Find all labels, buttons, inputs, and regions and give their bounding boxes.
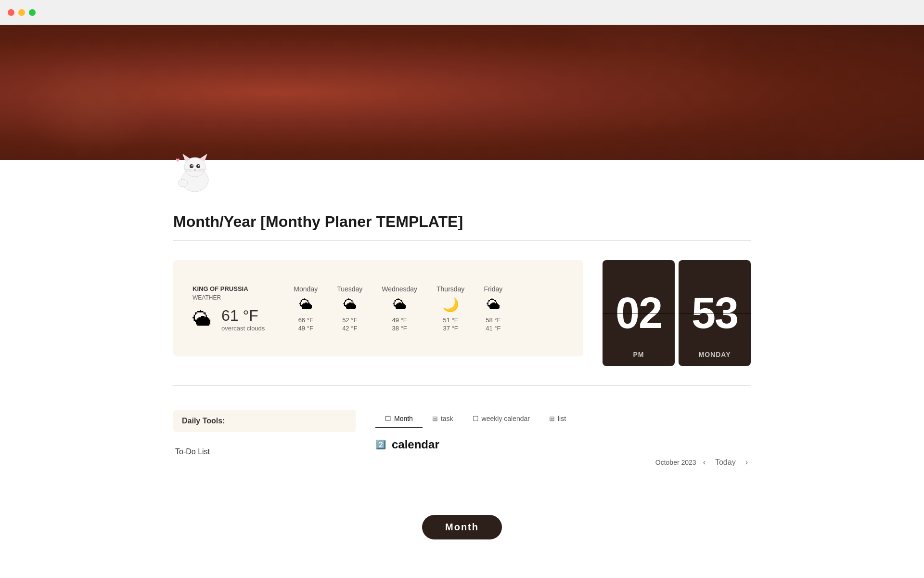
- calendar-nav-row: October 2023 ‹ Today ›: [375, 457, 751, 468]
- tab-list-label: list: [558, 415, 566, 422]
- weather-main: 🌥 61 °F overcast clouds: [192, 307, 265, 332]
- forecast-low: 37 °F: [443, 325, 458, 332]
- clock-period: PM: [633, 351, 644, 358]
- calendar-month-label: October 2023: [655, 459, 696, 466]
- hero-banner: [0, 25, 924, 160]
- calendar-today-button[interactable]: Today: [712, 457, 739, 468]
- forecast-high: 58 °F: [486, 316, 500, 324]
- maximize-button[interactable]: [29, 9, 36, 16]
- page-title: Month/Year [Monthy Planer TEMPLATE]: [173, 213, 751, 231]
- forecast-icon: 🌥: [343, 297, 357, 313]
- weather-temp: 61 °F: [221, 307, 265, 325]
- forecast-temps: 52 °F 42 °F: [342, 316, 357, 332]
- svg-point-11: [194, 169, 196, 171]
- cat-svg: ♥: [173, 145, 217, 194]
- tab-month[interactable]: ☐ Month: [375, 410, 423, 428]
- forecast-temps: 58 °F 41 °F: [486, 316, 500, 332]
- clock-divider-minutes: [679, 313, 751, 314]
- forecast-day-thursday: Thursday 🌙 51 °F 37 °F: [436, 285, 464, 332]
- forecast-day-wednesday: Wednesday 🌥 49 °F 38 °F: [382, 285, 417, 332]
- tab-task-label: task: [441, 415, 453, 422]
- forecast-icon: 🌥: [299, 297, 312, 313]
- minimize-button[interactable]: [18, 9, 25, 16]
- weather-label: WEATHER: [192, 294, 265, 301]
- page-title-section: Month/Year [Monthy Planer TEMPLATE]: [173, 203, 751, 241]
- close-button[interactable]: [8, 9, 14, 16]
- clock-day: MONDAY: [699, 351, 731, 358]
- svg-point-16: [178, 179, 188, 187]
- tab-task-icon: ⊞: [432, 415, 438, 422]
- month-tab-button[interactable]: Month: [422, 515, 502, 539]
- todo-list-item[interactable]: To-Do List: [173, 442, 356, 462]
- tab-list-icon: ⊞: [549, 415, 555, 422]
- calendar-tabs: ☐ Month ⊞ task ☐ weekly calendar ⊞ list: [375, 410, 751, 428]
- svg-point-2: [184, 158, 205, 177]
- weather-forecast: Monday 🌥 66 °F 49 °F Tuesday 🌥 52 °F 42 …: [294, 285, 502, 332]
- tab-month-label: Month: [394, 415, 413, 422]
- forecast-temps: 51 °F 37 °F: [443, 316, 458, 332]
- forecast-day-name: Wednesday: [382, 285, 417, 293]
- bottom-layout: Daily Tools: To-Do List ☐ Month ⊞ task ☐…: [173, 410, 751, 471]
- calendar-title-row: 2️⃣ calendar: [375, 438, 751, 451]
- tab-month-icon: ☐: [385, 415, 391, 422]
- main-layout: KING OF PRUSSIA WEATHER 🌥 61 °F overcast…: [173, 260, 751, 366]
- forecast-icon: 🌥: [393, 297, 406, 313]
- clock-hours-block: 02 PM: [603, 260, 675, 366]
- forecast-high: 52 °F: [342, 316, 357, 324]
- forecast-temps: 66 °F 49 °F: [298, 316, 313, 332]
- calendar-title: calendar: [392, 438, 439, 451]
- svg-text:♥: ♥: [176, 156, 180, 164]
- forecast-high: 51 °F: [443, 316, 458, 324]
- forecast-icon: 🌥: [487, 297, 500, 313]
- forecast-day-name: Thursday: [436, 285, 464, 293]
- weather-temp-block: 61 °F overcast clouds: [221, 307, 265, 332]
- forecast-low: 49 °F: [298, 325, 313, 332]
- tab-weekly-icon: ☐: [473, 415, 479, 422]
- daily-tools: Daily Tools: To-Do List: [173, 410, 356, 471]
- tab-weekly-label: weekly calendar: [482, 415, 530, 422]
- tab-list[interactable]: ⊞ list: [539, 410, 576, 428]
- titlebar: [0, 0, 924, 25]
- weather-icon-large: 🌥: [192, 308, 212, 330]
- forecast-temps: 49 °F 38 °F: [392, 316, 407, 332]
- weather-location: KING OF PRUSSIA: [192, 285, 265, 292]
- forecast-icon: 🌙: [442, 297, 459, 313]
- forecast-day-name: Friday: [484, 285, 502, 293]
- svg-point-10: [198, 165, 200, 167]
- clock-minutes-block: 53 MONDAY: [679, 260, 751, 366]
- calendar-prev-button[interactable]: ‹: [700, 457, 708, 468]
- forecast-low: 42 °F: [342, 325, 357, 332]
- forecast-low: 38 °F: [392, 325, 407, 332]
- forecast-low: 41 °F: [486, 325, 500, 332]
- forecast-day-name: Monday: [294, 285, 318, 293]
- forecast-day-friday: Friday 🌥 58 °F 41 °F: [484, 285, 502, 332]
- weather-current: KING OF PRUSSIA WEATHER 🌥 61 °F overcast…: [192, 285, 265, 332]
- tab-task[interactable]: ⊞ task: [423, 410, 463, 428]
- weather-widget: KING OF PRUSSIA WEATHER 🌥 61 °F overcast…: [173, 260, 583, 356]
- forecast-day-monday: Monday 🌥 66 °F 49 °F: [294, 285, 318, 332]
- calendar-emoji: 2️⃣: [375, 439, 386, 450]
- month-tab-area: Month: [0, 499, 924, 538]
- tab-weekly[interactable]: ☐ weekly calendar: [463, 410, 539, 428]
- daily-tools-header: Daily Tools:: [173, 410, 356, 432]
- mascot-area: ♥: [173, 145, 751, 194]
- calendar-section: ☐ Month ⊞ task ☐ weekly calendar ⊞ list: [375, 410, 751, 471]
- calendar-next-button[interactable]: ›: [743, 457, 751, 468]
- forecast-day-tuesday: Tuesday 🌥 52 °F 42 °F: [337, 285, 362, 332]
- forecast-day-name: Tuesday: [337, 285, 362, 293]
- clock-widget: 02 PM 53 MONDAY: [603, 260, 751, 366]
- svg-point-9: [192, 165, 193, 167]
- forecast-high: 49 °F: [392, 316, 407, 324]
- forecast-high: 66 °F: [298, 316, 313, 324]
- section-divider: [173, 385, 751, 386]
- cat-mascot: ♥: [173, 145, 217, 200]
- weather-desc: overcast clouds: [221, 325, 265, 332]
- clock-divider-hours: [603, 313, 675, 314]
